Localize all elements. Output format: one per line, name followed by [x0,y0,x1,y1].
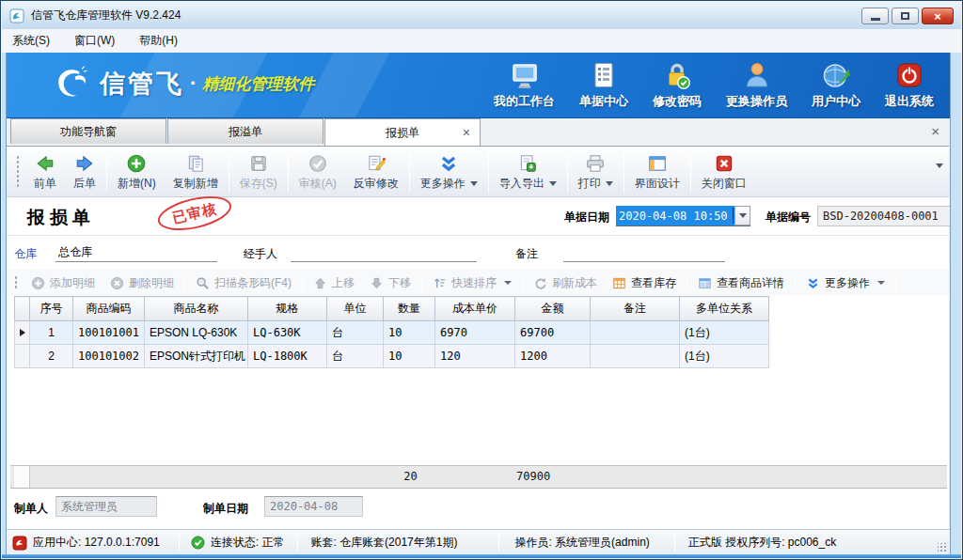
toolbar-grip[interactable] [14,275,18,290]
cell-amount[interactable]: 1200 [515,345,591,368]
cell-unit[interactable]: 台 [327,345,384,368]
cell-amount[interactable]: 69700 [515,321,591,345]
make-date-label: 制单日期 [203,501,248,517]
more-actions-button[interactable]: 更多操作 [412,149,486,194]
cell-spec[interactable]: LQ-1800K [248,345,327,368]
dropdown-caret-icon[interactable] [470,181,478,186]
doc-date-combobox[interactable]: 2020-04-08 10:50 [616,206,750,226]
cell-remark[interactable] [591,345,680,368]
change-password-button[interactable]: 修改密码 [653,60,702,110]
menu-system[interactable]: 系统(S) [12,33,50,49]
move-up-button[interactable]: 上移 [306,275,362,291]
column-header[interactable]: 单位 [327,297,384,321]
cell-unit[interactable]: 台 [327,321,384,345]
column-header[interactable]: 多单位关系 [680,297,769,321]
column-header[interactable]: 数量 [384,297,435,321]
remark-field[interactable] [563,242,725,262]
unapprove-edit-button[interactable]: 反审修改 [345,149,407,194]
date-dropdown-button[interactable] [734,206,750,226]
new-button[interactable]: 新增(N) [109,149,165,194]
import-export-button[interactable]: 导入导出 [491,149,565,194]
tab-loss-order[interactable]: 报损单× [324,118,481,146]
cell-multi-unit[interactable]: (1台) [680,345,769,368]
cell-spec[interactable]: LQ-630K [248,321,327,345]
column-header[interactable]: 备注 [591,297,680,321]
column-header[interactable]: 序号 [30,297,73,321]
cell-qty[interactable]: 10 [384,345,435,368]
tab-strip: 功能导航窗 报溢单 报损单× × [7,118,949,147]
prev-doc-button[interactable]: 前单 [25,149,65,194]
toolbar-grip[interactable] [16,155,20,189]
cell-seq[interactable]: 1 [30,321,73,345]
cell-product-name[interactable]: EPSON针式打印机 [145,345,248,368]
dropdown-caret-icon[interactable] [877,281,885,285]
view-stock-button[interactable]: 查看库存 [605,275,684,291]
handler-field[interactable] [291,242,477,262]
refresh-cost-button[interactable]: 刷新成本 [526,275,605,291]
workbench-button[interactable]: 我的工作台 [494,60,555,110]
user-center-button[interactable]: 用户中心 [812,60,860,110]
brand-swoosh-icon [51,63,92,104]
toolbar-overflow-icon[interactable] [936,163,943,168]
next-doc-button[interactable]: 后单 [65,149,104,194]
tab-close-icon[interactable]: × [463,126,470,139]
maximize-button[interactable] [892,8,919,24]
cell-cost-price[interactable]: 120 [435,345,515,368]
app-window: 信管飞仓库管理软件 V9.2.424 × 系统(S) 窗口(W) 帮助(H) 信… [0,0,963,560]
document-center-button[interactable]: 单据中心 [579,60,628,110]
barcode-scan-button[interactable]: 扫描条形码(F4) [188,275,299,291]
approve-check-icon [308,153,328,174]
column-header[interactable]: 商品名称 [145,297,248,321]
minimize-button[interactable] [861,8,889,24]
add-detail-button[interactable]: 添加明细 [24,275,103,291]
cell-product-code[interactable]: 100101002 [73,345,145,368]
cell-product-name[interactable]: EPSON LQ-630K [145,321,248,345]
resize-grip[interactable] [938,543,947,552]
copy-new-button[interactable]: 复制新增 [165,149,227,194]
warehouse-field[interactable]: 总仓库 [55,242,217,262]
status-separator [674,535,675,552]
view-product-detail-button[interactable]: 查看商品详情 [690,275,792,291]
column-header[interactable]: 规格 [248,297,327,321]
ui-design-button[interactable]: 界面设计 [626,149,688,194]
document-footer: 制单人 系统管理员 制单日期 2020-04-08 [7,490,949,531]
move-down-button[interactable]: 下移 [362,275,418,291]
table-row[interactable]: 1 100101001 EPSON LQ-630K LQ-630K 台 10 6… [15,321,769,345]
tab-function-nav[interactable]: 功能导航窗 [10,118,166,144]
cell-qty[interactable]: 10 [384,321,435,345]
warehouse-label[interactable]: 仓库 [14,246,37,262]
cell-seq[interactable]: 2 [30,345,73,368]
document-workspace: 报损单 已审核 单据日期 2020-04-08 10:50 单据编号 BSD-2… [7,197,949,529]
tab-overflow-order[interactable]: 报溢单 [167,118,324,144]
column-header[interactable]: 商品编码 [73,297,145,321]
menu-help[interactable]: 帮助(H) [139,33,178,49]
column-header[interactable]: 金额 [515,297,591,321]
delete-detail-button[interactable]: 删除明细 [103,275,182,291]
close-button[interactable]: × [922,8,954,24]
approve-button[interactable]: 审核(A) [291,149,345,194]
quick-sort-button[interactable]: 快速排序 [425,275,519,291]
dropdown-caret-icon[interactable] [549,181,557,186]
cell-multi-unit[interactable]: (1台) [680,321,769,345]
close-window-button[interactable]: 关闭窗口 [693,149,755,194]
print-button[interactable]: 打印 [570,149,622,194]
quick-sort-icon [433,276,447,290]
total-quantity: 20 [385,470,436,483]
maker-field: 系统管理员 [55,496,157,517]
switch-operator-button[interactable]: 更换操作员 [726,60,787,110]
save-button[interactable]: 保存(S) [231,149,286,194]
cell-cost-price[interactable]: 6970 [435,321,515,345]
cell-remark[interactable] [591,321,680,345]
exit-system-button[interactable]: 退出系统 [885,60,934,110]
cell-product-code[interactable]: 100101001 [73,321,145,345]
detail-more-actions-button[interactable]: 更多操作 [798,275,892,291]
column-header[interactable]: 成本单价 [435,297,515,321]
table-row[interactable]: 2 100101002 EPSON针式打印机 LQ-1800K 台 10 120… [15,345,769,368]
arrow-left-icon [35,153,55,174]
dropdown-caret-icon[interactable] [606,181,613,186]
window-frame-bottom [2,554,961,558]
menu-window[interactable]: 窗口(W) [74,33,115,49]
dropdown-caret-icon[interactable] [504,281,512,285]
connection-text: 连接状态: 正常 [211,535,285,551]
tabstrip-close-icon[interactable]: × [931,124,939,138]
